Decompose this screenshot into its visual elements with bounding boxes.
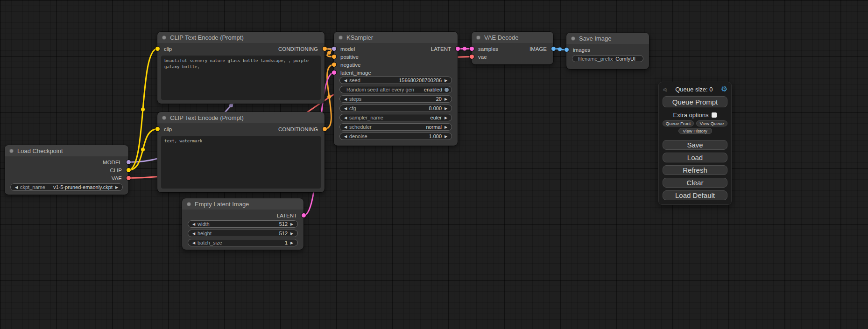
node-empty-latent-image[interactable]: Empty Latent Image LATENT ◀ width 512 ▶ … [182, 198, 303, 250]
load-default-button[interactable]: Load Default [663, 190, 727, 200]
queue-prompt-button[interactable]: Queue Prompt [663, 96, 727, 107]
widget-label: denoise [349, 133, 367, 139]
node-title-bar[interactable]: Empty Latent Image [182, 198, 303, 210]
widget-height[interactable]: ◀ height 512 ▶ [188, 230, 298, 237]
collapse-dot[interactable] [187, 202, 191, 206]
arrow-left-icon[interactable]: ◀ [343, 97, 348, 101]
port-model-input[interactable] [332, 47, 336, 51]
widget-value: 1 [285, 240, 288, 245]
node-title-bar[interactable]: CLIP Text Encode (Prompt) [157, 32, 325, 43]
port-latent-output[interactable] [302, 213, 306, 217]
port-latent-output[interactable] [456, 47, 460, 51]
arrow-left-icon[interactable]: ◀ [343, 106, 348, 111]
port-model-output[interactable] [127, 160, 131, 164]
node-ksampler[interactable]: KSampler model LATENT positive negative … [334, 32, 458, 146]
queue-size-label: Queue size: 0 [667, 86, 721, 93]
widget-steps[interactable]: ◀ steps 20 ▶ [339, 95, 452, 103]
collapse-dot[interactable] [162, 35, 166, 40]
node-save-image[interactable]: Save Image images filename_prefix ComfyU… [566, 33, 649, 69]
extra-options-row: Extra options [663, 111, 727, 119]
collapse-dot[interactable] [476, 35, 480, 40]
output-slot-latent: LATENT [182, 211, 303, 219]
queue-front-button[interactable]: Queue Front [663, 120, 694, 126]
output-label: MODEL [103, 160, 122, 165]
graph-canvas[interactable]: Load Checkpoint MODEL CLIP VAE ◀ ckpt_na… [0, 0, 868, 329]
view-history-button[interactable]: View History [678, 128, 712, 134]
port-conditioning-output[interactable] [323, 47, 327, 51]
port-negative-input[interactable] [332, 63, 336, 67]
prompt-textarea[interactable]: beautiful scenery nature glass bottle la… [161, 56, 321, 100]
arrow-left-icon[interactable]: ◀ [191, 231, 197, 236]
port-vae-input[interactable] [470, 55, 474, 59]
slot-row-samples-image: samples IMAGE [472, 45, 553, 53]
widget-cfg[interactable]: ◀ cfg 8.000 ▶ [339, 105, 452, 112]
input-label: positive [340, 54, 359, 60]
arrow-right-icon[interactable]: ▶ [443, 97, 449, 101]
collapse-dot[interactable] [571, 36, 575, 41]
arrow-right-icon[interactable]: ▶ [289, 222, 295, 226]
view-queue-button[interactable]: View Queue [696, 120, 727, 126]
node-clip-text-encode-positive[interactable]: CLIP Text Encode (Prompt) clip CONDITION… [157, 32, 325, 104]
node-title-bar[interactable]: VAE Decode [472, 32, 553, 43]
load-button[interactable]: Load [663, 153, 727, 162]
arrow-left-icon[interactable]: ◀ [343, 125, 348, 129]
collapse-dot[interactable] [339, 35, 343, 40]
arrow-right-icon[interactable]: ▶ [114, 185, 120, 189]
node-clip-text-encode-negative[interactable]: CLIP Text Encode (Prompt) clip CONDITION… [157, 112, 325, 192]
arrow-left-icon[interactable]: ◀ [343, 116, 348, 120]
widget-value: normal [426, 124, 442, 130]
arrow-left-icon[interactable]: ◀ [14, 185, 19, 189]
output-label: VAE [112, 175, 122, 181]
arrow-right-icon[interactable]: ▶ [443, 125, 449, 129]
node-vae-decode[interactable]: VAE Decode samples IMAGE vae [472, 32, 553, 64]
widget-width[interactable]: ◀ width 512 ▶ [188, 220, 298, 228]
toggle-indicator-icon[interactable] [445, 88, 449, 92]
save-button[interactable]: Save [663, 140, 727, 150]
node-title-bar[interactable]: CLIP Text Encode (Prompt) [157, 112, 325, 123]
prompt-textarea[interactable]: text, watermark [161, 136, 321, 189]
settings-gear-icon[interactable]: ⚙ [721, 85, 727, 93]
refresh-button[interactable]: Refresh [663, 165, 727, 175]
collapse-dot[interactable] [162, 116, 166, 120]
port-image-output[interactable] [551, 47, 556, 51]
widget-batch-size[interactable]: ◀ batch_size 1 ▶ [188, 239, 298, 246]
widget-ckpt-name[interactable]: ◀ ckpt_name v1-5-pruned-emaonly.ckpt ▶ [10, 183, 123, 191]
widget-value: euler [430, 115, 442, 120]
port-samples-input[interactable] [470, 47, 474, 51]
widget-filename-prefix[interactable]: filename_prefix ComfyUI [572, 55, 643, 62]
arrow-right-icon[interactable]: ▶ [289, 241, 295, 245]
queue-buttons-row: Queue Front View Queue [663, 120, 727, 126]
port-positive-input[interactable] [332, 55, 336, 59]
extra-options-checkbox[interactable] [712, 112, 717, 118]
clear-button[interactable]: Clear [663, 178, 727, 188]
arrow-left-icon[interactable]: ◀ [191, 222, 197, 226]
arrow-right-icon[interactable]: ▶ [443, 106, 449, 111]
widget-scheduler[interactable]: ◀ scheduler normal ▶ [339, 123, 452, 131]
widget-seed[interactable]: ◀ seed 156680208700286 ▶ [339, 77, 452, 84]
widget-random-seed-toggle[interactable]: Random seed after every gen enabled [339, 86, 452, 93]
port-clip-input[interactable] [155, 47, 160, 51]
port-clip-input[interactable] [155, 127, 160, 131]
arrow-right-icon[interactable]: ▶ [443, 116, 449, 120]
port-images-input[interactable] [565, 48, 569, 52]
arrow-left-icon[interactable]: ◀ [191, 241, 197, 245]
port-clip-output[interactable] [127, 168, 131, 172]
widget-label: scheduler [349, 124, 372, 130]
node-title-bar[interactable]: KSampler [334, 32, 458, 43]
arrow-left-icon[interactable]: ◀ [343, 134, 348, 139]
arrow-left-icon[interactable]: ◀ [343, 78, 348, 83]
widget-sampler-name[interactable]: ◀ sampler_name euler ▶ [339, 114, 452, 121]
arrow-right-icon[interactable]: ▶ [289, 231, 295, 236]
node-title-bar[interactable]: Load Checkpoint [5, 145, 128, 156]
widget-denoise[interactable]: ◀ denoise 1.000 ▶ [339, 133, 452, 140]
arrow-right-icon[interactable]: ▶ [443, 78, 449, 83]
node-title-bar[interactable]: Save Image [566, 33, 649, 44]
input-label: vae [478, 54, 487, 60]
drag-handle-icon[interactable]: ⩿ [663, 86, 667, 92]
arrow-right-icon[interactable]: ▶ [443, 134, 449, 139]
node-load-checkpoint[interactable]: Load Checkpoint MODEL CLIP VAE ◀ ckpt_na… [5, 145, 128, 195]
port-vae-output[interactable] [127, 176, 131, 180]
port-conditioning-output[interactable] [323, 127, 327, 131]
port-latent-image-input[interactable] [332, 70, 336, 75]
collapse-dot[interactable] [9, 149, 14, 153]
